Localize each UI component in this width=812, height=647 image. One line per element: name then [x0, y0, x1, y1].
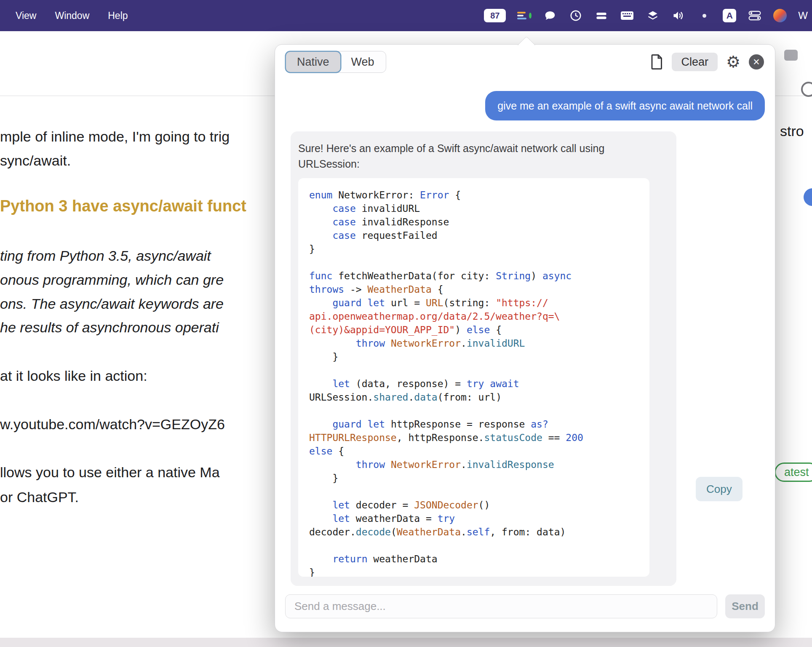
- volume-icon[interactable]: [671, 9, 686, 22]
- send-button[interactable]: Send: [725, 594, 765, 618]
- keyboard-icon[interactable]: [620, 9, 634, 22]
- menu-bar: View Window Help 87: [0, 0, 812, 31]
- stacked-bars-icon[interactable]: [594, 9, 609, 22]
- clock-lock-icon[interactable]: [569, 9, 583, 22]
- latest-badge[interactable]: atest: [775, 463, 812, 482]
- chat-bubble-icon[interactable]: [543, 9, 557, 22]
- tab-web[interactable]: Web: [340, 52, 385, 72]
- clear-button[interactable]: Clear: [672, 53, 718, 71]
- popup-header: Native Web Clear ⚙ ×: [285, 51, 764, 73]
- page-right-fragment: stro: [780, 123, 804, 139]
- tab-native[interactable]: Native: [286, 52, 340, 72]
- page-paragraph-line: or ChatGPT.: [0, 489, 79, 505]
- user-message: give me an example of a swift async awai…: [485, 91, 765, 120]
- istat-bars-icon[interactable]: [517, 9, 532, 22]
- close-icon[interactable]: ×: [749, 54, 764, 70]
- menu-help[interactable]: Help: [108, 10, 128, 21]
- page-paragraph-line: sync/await.: [0, 152, 71, 169]
- menu-view[interactable]: View: [16, 10, 36, 21]
- mode-switcher: Native Web: [285, 51, 386, 73]
- input-source-a-icon[interactable]: A: [723, 9, 736, 22]
- message-input[interactable]: [285, 594, 717, 618]
- page-paragraph-line: mple of inline mode, I'm going to trig: [0, 128, 230, 145]
- page-paragraph-line: at it looks like in action:: [0, 368, 147, 384]
- gear-icon[interactable]: ⚙: [726, 54, 740, 70]
- screen: View Window Help 87: [0, 0, 812, 647]
- menu-window[interactable]: Window: [55, 10, 89, 21]
- mini-gray-button[interactable]: [784, 50, 798, 61]
- mini-blue-button[interactable]: [804, 188, 812, 206]
- page-youtube-link[interactable]: w.youtube.com/watch?v=GEZOyZ6: [0, 416, 225, 433]
- assistant-message: Sure! Here's an example of a Swift async…: [291, 131, 676, 586]
- page-italic-line: ons. The async/await keywords are: [0, 296, 224, 312]
- assistant-popup: Native Web Clear ⚙ × give me an example …: [275, 44, 775, 632]
- recording-dot-icon: [697, 9, 711, 22]
- battery-percent-badge[interactable]: 87: [484, 9, 506, 22]
- page-paragraph-line: llows you to use either a native Ma: [0, 464, 220, 481]
- menubar-clipped-label: W: [798, 10, 808, 21]
- code-block: enum NetworkError: Error { case invalidU…: [298, 178, 649, 577]
- assistant-intro-text: Sure! Here's an example of a Swift async…: [298, 141, 667, 172]
- document-icon[interactable]: [651, 54, 663, 70]
- control-center-icon[interactable]: [748, 9, 762, 22]
- page-italic-line: onous programming, which can gre: [0, 272, 224, 288]
- page-italic-line: ting from Python 3.5, async/await: [0, 248, 211, 264]
- bottom-window-edge: [0, 638, 812, 647]
- profile-avatar-icon[interactable]: [773, 9, 787, 22]
- copy-button[interactable]: Copy: [696, 477, 743, 501]
- page-italic-line: he results of asynchronous operati: [0, 319, 219, 336]
- page-heading: Python 3 have async/await funct: [0, 197, 246, 215]
- composer: Send: [285, 594, 765, 618]
- layers-icon[interactable]: [646, 9, 660, 22]
